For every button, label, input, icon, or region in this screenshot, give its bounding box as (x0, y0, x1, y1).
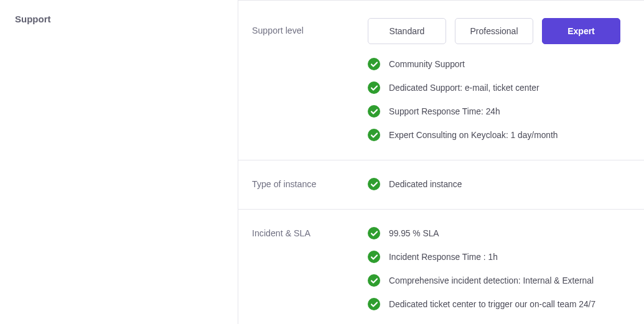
plan-professional-button[interactable]: Professional (455, 18, 533, 44)
feature-text: Support Response Time: 24h (389, 107, 500, 116)
list-item: Incident Response Time : 1h (368, 251, 633, 263)
sla-features: 99.95 % SLA Incident Response Time : 1h … (368, 227, 633, 310)
feature-text: Comprehensive incident detection: Intern… (389, 276, 594, 285)
section-incident-sla: Incident & SLA 99.95 % SLA Incident Resp… (238, 210, 644, 324)
checkmark-icon (368, 81, 380, 94)
list-item: Community Support (368, 58, 633, 70)
list-item: Dedicated instance (368, 178, 633, 190)
list-item: Dedicated ticket center to trigger our o… (368, 298, 633, 310)
plan-selector: Standard Professional Expert (368, 18, 633, 44)
list-item: Dedicated Support: e-mail, ticket center (368, 81, 633, 94)
feature-text: Community Support (389, 60, 465, 69)
checkmark-icon (368, 105, 380, 118)
section-support-level: Support level Standard Professional Expe… (238, 1, 644, 160)
support-features: Community Support Dedicated Support: e-m… (368, 58, 633, 141)
sidebar-title: Support (15, 14, 238, 24)
list-item: 99.95 % SLA (368, 227, 633, 239)
list-item: Expert Consulting on Keycloak: 1 day/mon… (368, 129, 633, 141)
checkmark-icon (368, 178, 380, 190)
feature-text: Dedicated Support: e-mail, ticket center (389, 83, 539, 93)
sla-label: Incident & SLA (252, 227, 368, 310)
checkmark-icon (368, 251, 380, 263)
checkmark-icon (368, 274, 380, 287)
feature-text: Incident Response Time : 1h (389, 252, 498, 262)
feature-text: Dedicated instance (389, 180, 462, 189)
sla-value: 99.95 % SLA Incident Response Time : 1h … (368, 227, 633, 310)
list-item: Comprehensive incident detection: Intern… (368, 274, 633, 287)
support-level-label: Support level (252, 18, 368, 141)
checkmark-icon (368, 129, 380, 141)
instance-type-label: Type of instance (252, 178, 368, 190)
support-level-value: Standard Professional Expert Community S… (368, 18, 633, 141)
root: Support Support level Standard Professio… (0, 0, 644, 324)
checkmark-icon (368, 298, 380, 310)
plan-standard-button[interactable]: Standard (368, 18, 446, 44)
plan-expert-button[interactable]: Expert (542, 18, 620, 44)
section-instance-type: Type of instance Dedicated instance (238, 160, 644, 210)
feature-text: Dedicated ticket center to trigger our o… (389, 300, 595, 309)
checkmark-icon (368, 227, 380, 239)
feature-text: 99.95 % SLA (389, 229, 439, 238)
feature-text: Expert Consulting on Keycloak: 1 day/mon… (389, 131, 558, 140)
checkmark-icon (368, 58, 380, 70)
instance-type-value: Dedicated instance (368, 178, 633, 190)
sidebar: Support (0, 0, 238, 324)
content: Support level Standard Professional Expe… (238, 0, 644, 324)
list-item: Support Response Time: 24h (368, 105, 633, 118)
instance-features: Dedicated instance (368, 178, 633, 190)
